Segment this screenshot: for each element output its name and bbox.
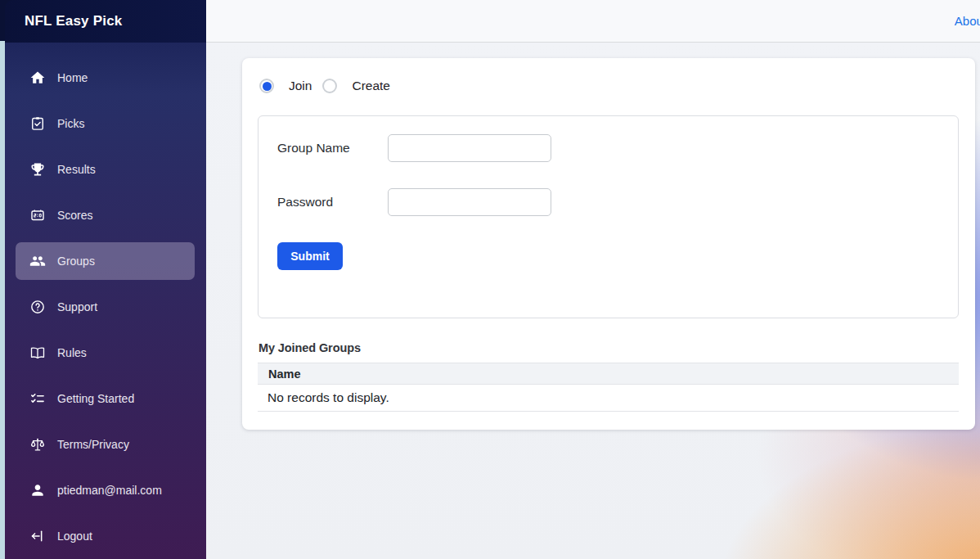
- trophy-icon: [29, 161, 46, 178]
- help-circle-icon: [29, 299, 46, 315]
- submit-button[interactable]: Submit: [277, 242, 343, 270]
- sidebar-item-getting-started[interactable]: Getting Started: [16, 380, 195, 417]
- sidebar-item-label: Results: [57, 163, 96, 176]
- create-radio-option[interactable]: Create: [322, 79, 390, 93]
- main-content: Join Create Group Name Password Submit M…: [206, 43, 980, 559]
- sidebar-item-terms-privacy[interactable]: Terms/Privacy: [16, 426, 195, 463]
- password-label: Password: [277, 195, 388, 210]
- groups-card: Join Create Group Name Password Submit M…: [242, 58, 975, 430]
- sidebar-item-label: ptiedman@mail.com: [57, 484, 162, 497]
- person-icon: [29, 482, 46, 498]
- sidebar-item-support[interactable]: Support: [16, 288, 195, 326]
- checklist-icon: [29, 390, 46, 407]
- sidebar-item-rules[interactable]: Rules: [16, 334, 195, 372]
- sidebar-item-account[interactable]: ptiedman@mail.com: [16, 471, 195, 509]
- join-radio-option[interactable]: Join: [259, 79, 312, 93]
- password-row: Password: [277, 188, 551, 216]
- sidebar-item-label: Rules: [57, 346, 87, 359]
- mode-radio-group: Join Create: [242, 58, 975, 93]
- sidebar-item-home[interactable]: Home: [16, 59, 195, 97]
- picks-icon: [29, 115, 46, 132]
- create-radio[interactable]: [322, 79, 337, 93]
- empty-table-message: No records to display.: [258, 385, 959, 412]
- open-book-icon: [29, 345, 46, 361]
- group-name-label: Group Name: [277, 141, 388, 156]
- sidebar-item-picks[interactable]: Picks: [16, 105, 195, 142]
- scoreboard-icon: [29, 207, 46, 223]
- group-name-input[interactable]: [388, 134, 551, 162]
- sidebar-item-label: Scores: [57, 209, 93, 222]
- join-group-form: Group Name Password Submit: [258, 115, 959, 318]
- sidebar-item-scores[interactable]: Scores: [16, 196, 195, 234]
- join-radio[interactable]: [259, 79, 274, 93]
- app-title: NFL Easy Pick: [25, 13, 122, 29]
- sidebar-item-label: Support: [57, 300, 97, 313]
- sidebar-item-groups[interactable]: Groups: [16, 242, 195, 280]
- sidebar-header: NFL Easy Pick: [5, 0, 206, 43]
- joined-groups-table: Name No records to display.: [258, 363, 959, 412]
- sidebar-item-label: Groups: [57, 255, 95, 268]
- password-input[interactable]: [388, 188, 551, 216]
- table-header-row: Name: [258, 363, 959, 385]
- sidebar-item-label: Picks: [57, 117, 84, 130]
- sidebar-nav: Home Picks Results: [5, 43, 206, 559]
- join-radio-label: Join: [289, 79, 312, 93]
- groups-icon: [29, 253, 46, 269]
- group-name-row: Group Name: [277, 134, 551, 162]
- logout-icon: [29, 528, 46, 544]
- sidebar: NFL Easy Pick Home Picks Results: [5, 0, 206, 559]
- sidebar-item-label: Getting Started: [57, 392, 134, 405]
- sidebar-item-label: Logout: [57, 530, 92, 543]
- sidebar-item-label: Home: [57, 71, 88, 84]
- table-row: No records to display.: [258, 385, 959, 412]
- about-link[interactable]: About: [955, 0, 980, 42]
- sidebar-item-logout[interactable]: Logout: [16, 517, 195, 555]
- home-icon: [29, 70, 46, 86]
- sidebar-item-label: Terms/Privacy: [57, 438, 129, 451]
- topbar: About: [206, 0, 980, 43]
- scales-icon: [29, 436, 46, 453]
- sidebar-item-results[interactable]: Results: [16, 151, 195, 188]
- create-radio-label: Create: [352, 79, 390, 93]
- joined-groups-title: My Joined Groups: [258, 341, 361, 354]
- name-column-header: Name: [258, 363, 959, 385]
